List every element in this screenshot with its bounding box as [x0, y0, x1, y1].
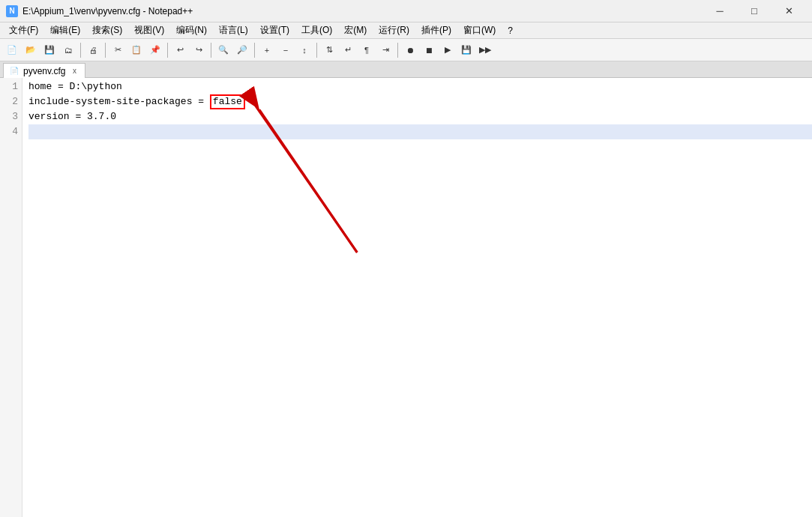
code-text-3: version = 3.7.0: [28, 109, 116, 124]
code-line-1: home = D:\python: [28, 79, 812, 94]
title-bar-left: N E:\Appium_1\venv\pyvenv.cfg - Notepad+…: [6, 5, 193, 17]
menu-file[interactable]: 文件(F): [3, 22, 44, 39]
zoom-out-button[interactable]: −: [277, 41, 295, 59]
code-text-2-pre: include-system-site-packages =: [28, 94, 210, 109]
window-title: E:\Appium_1\venv\pyvenv.cfg - Notepad++: [22, 6, 193, 16]
word-wrap-button[interactable]: ↵: [339, 41, 357, 59]
find-button[interactable]: 🔍: [214, 41, 232, 59]
redo-button[interactable]: ↪: [190, 41, 208, 59]
menu-edit[interactable]: 编辑(E): [44, 22, 86, 39]
indent-button[interactable]: ⇥: [376, 41, 394, 59]
menu-window[interactable]: 窗口(W): [457, 22, 502, 39]
save-button[interactable]: 💾: [40, 41, 58, 59]
close-button[interactable]: 🖨: [84, 41, 102, 59]
tab-close-button[interactable]: x: [70, 67, 79, 76]
tab-pyvenv[interactable]: 📄 pyvenv.cfg x: [3, 63, 85, 78]
macro-stop-button[interactable]: ⏹: [420, 41, 438, 59]
line-num-3: 3: [0, 109, 18, 124]
line-num-2: 2: [0, 94, 18, 109]
menu-help[interactable]: ?: [502, 22, 519, 39]
tab-bar: 📄 pyvenv.cfg x: [0, 61, 812, 78]
menu-encoding[interactable]: 编码(N): [170, 22, 213, 39]
menu-macro[interactable]: 宏(M): [338, 22, 373, 39]
line-num-1: 1: [0, 79, 18, 94]
tab-label: pyvenv.cfg: [23, 66, 65, 76]
window-controls: ─ □ ✕: [703, 0, 806, 22]
menu-settings[interactable]: 设置(T): [254, 22, 295, 39]
code-line-4: [28, 124, 812, 139]
code-line-2: include-system-site-packages = false: [28, 94, 812, 109]
minimize-button[interactable]: ─: [703, 0, 737, 22]
editor-content[interactable]: home = D:\python include-system-site-pac…: [22, 78, 812, 517]
toolbar-sep-1: [80, 43, 81, 58]
editor-area: 1 2 3 4 home = D:\python include-system-…: [0, 78, 812, 517]
toolbar: 📄 📂 💾 🗂 🖨 ✂ 📋 📌 ↩ ↪ 🔍 🔎 + − ↕ ⇅ ↵ ¶ ⇥ ⏺ …: [0, 39, 812, 61]
highlighted-word: false: [210, 94, 245, 109]
macro-record-button[interactable]: ⏺: [401, 41, 419, 59]
menu-language[interactable]: 语言(L): [213, 22, 254, 39]
title-bar: N E:\Appium_1\venv\pyvenv.cfg - Notepad+…: [0, 0, 812, 22]
macro-run-button[interactable]: ▶▶: [476, 41, 494, 59]
macro-play-button[interactable]: ▶: [439, 41, 457, 59]
menu-plugins[interactable]: 插件(P): [415, 22, 457, 39]
editor-wrapper[interactable]: 1 2 3 4 home = D:\python include-system-…: [0, 78, 812, 517]
line-numbers: 1 2 3 4: [0, 78, 22, 517]
menu-view[interactable]: 视图(V): [128, 22, 170, 39]
find-replace-button[interactable]: 🔎: [233, 41, 251, 59]
tab-icon: 📄: [10, 67, 19, 75]
copy-button[interactable]: 📋: [127, 41, 145, 59]
toolbar-sep-4: [211, 43, 211, 58]
zoom-restore-button[interactable]: ↕: [295, 41, 313, 59]
code-text-1: home = D:\python: [28, 79, 122, 94]
open-button[interactable]: 📂: [22, 41, 40, 59]
save-all-button[interactable]: 🗂: [59, 41, 77, 59]
menu-run[interactable]: 运行(R): [373, 22, 415, 39]
toolbar-sep-7: [397, 43, 398, 58]
menu-search[interactable]: 搜索(S): [86, 22, 128, 39]
app-icon: N: [6, 5, 18, 17]
menu-bar: 文件(F) 编辑(E) 搜索(S) 视图(V) 编码(N) 语言(L) 设置(T…: [0, 22, 812, 39]
toolbar-sep-3: [167, 43, 168, 58]
all-chars-button[interactable]: ¶: [358, 41, 376, 59]
cut-button[interactable]: ✂: [109, 41, 127, 59]
line-num-4: 4: [0, 124, 18, 139]
maximize-button[interactable]: □: [737, 0, 772, 22]
toolbar-sep-2: [105, 43, 106, 58]
macro-save-button[interactable]: 💾: [457, 41, 475, 59]
toolbar-sep-6: [316, 43, 317, 58]
undo-button[interactable]: ↩: [171, 41, 189, 59]
close-button[interactable]: ✕: [772, 0, 806, 22]
new-button[interactable]: 📄: [3, 41, 21, 59]
code-line-3: version = 3.7.0: [28, 109, 812, 124]
annotation-arrow: [22, 78, 812, 517]
sync-scroll-button[interactable]: ⇅: [320, 41, 338, 59]
zoom-in-button[interactable]: +: [258, 41, 276, 59]
menu-tools[interactable]: 工具(O): [295, 22, 338, 39]
paste-button[interactable]: 📌: [146, 41, 164, 59]
toolbar-sep-5: [254, 43, 255, 58]
